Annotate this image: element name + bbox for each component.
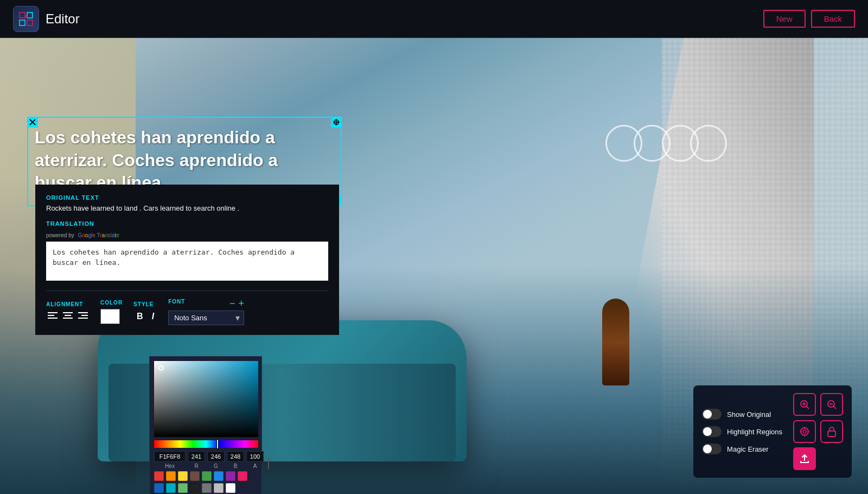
header-right: New Back xyxy=(763,10,855,28)
translation-section: TRANSLATION powered by Google Translate … xyxy=(46,220,328,283)
lock-button[interactable] xyxy=(820,420,843,443)
target-button[interactable] xyxy=(793,420,816,443)
bold-button[interactable]: B xyxy=(133,311,146,322)
a-col: A xyxy=(246,451,264,469)
translation-textarea[interactable]: Los cohetes han aprendido a aterrizar. C… xyxy=(46,242,328,281)
color-inputs-row: Hex R G B A xyxy=(154,451,257,469)
color-label: COLOR xyxy=(100,300,123,306)
new-button[interactable]: New xyxy=(763,10,806,28)
color-section: COLOR xyxy=(100,300,123,324)
italic-button[interactable]: I xyxy=(149,311,157,322)
magic-eraser-toggle-item: Magic Eraser xyxy=(702,444,782,454)
translation-label: TRANSLATION xyxy=(46,220,94,227)
show-original-knob xyxy=(703,410,712,419)
swatch-red[interactable] xyxy=(154,471,164,481)
style-label: STYLE xyxy=(133,301,157,307)
svg-rect-3 xyxy=(27,20,33,26)
original-text-content: Rockets have learned to land . Cars lear… xyxy=(46,203,328,214)
b-input[interactable] xyxy=(227,451,244,462)
r-col: R xyxy=(188,451,205,469)
font-size-increase-button[interactable]: + xyxy=(239,299,245,308)
magic-eraser-label: Magic Eraser xyxy=(727,445,769,453)
show-original-label: Show Original xyxy=(727,410,771,419)
translation-panel: ORIGINAL TEXT Rockets have learned to la… xyxy=(35,185,339,335)
highlight-regions-toggle-item: Highlight Regions xyxy=(702,426,782,437)
close-handle[interactable] xyxy=(27,117,38,128)
audi-rings xyxy=(605,125,727,162)
g-col: G xyxy=(207,451,225,469)
font-section: FONT − + Noto Sans Arial Roboto Open San… xyxy=(168,299,244,325)
swatch-light-gray[interactable] xyxy=(214,483,224,493)
swatch-light-green[interactable] xyxy=(178,483,188,493)
align-center-button[interactable] xyxy=(61,311,74,322)
color-preview-box xyxy=(268,458,269,469)
svg-rect-27 xyxy=(828,431,835,436)
show-original-toggle-item: Show Original xyxy=(702,409,782,420)
swatch-black[interactable] xyxy=(190,483,200,493)
font-label: FONT xyxy=(168,299,185,305)
show-original-toggle[interactable] xyxy=(702,409,722,420)
controls-panel: Show Original Highlight Regions Magic Er… xyxy=(693,385,852,478)
zoom-in-button[interactable] xyxy=(793,393,816,416)
svg-marker-4 xyxy=(24,15,28,18)
hue-indicator xyxy=(216,439,219,449)
hex-input[interactable] xyxy=(154,451,186,462)
svg-point-22 xyxy=(803,430,806,433)
svg-rect-1 xyxy=(27,12,33,18)
font-size-decrease-button[interactable]: − xyxy=(229,299,235,308)
move-handle[interactable] xyxy=(331,117,342,128)
back-button[interactable]: Back xyxy=(811,10,855,28)
header: Editor New Back xyxy=(0,0,868,38)
swatch-orange[interactable] xyxy=(166,471,176,481)
hue-bar[interactable] xyxy=(154,440,258,448)
a-input[interactable] xyxy=(246,451,264,462)
swatch-dark-blue[interactable] xyxy=(154,483,164,493)
b-col: B xyxy=(227,451,244,469)
style-section: STYLE B I xyxy=(133,301,157,322)
highlight-regions-label: Highlight Regions xyxy=(727,428,782,436)
powered-by-text: powered by Google Translate xyxy=(46,232,328,238)
swatch-cyan[interactable] xyxy=(166,483,176,493)
alignment-section: ALIGNMENT xyxy=(46,301,90,322)
format-row: ALIGNMENT COLOR xyxy=(46,290,328,325)
swatch-pink[interactable] xyxy=(238,471,247,481)
swatch-green[interactable] xyxy=(202,471,212,481)
translation-label-row: TRANSLATION xyxy=(46,220,328,229)
svg-line-19 xyxy=(834,407,837,409)
toggle-row: Show Original Highlight Regions Magic Er… xyxy=(702,409,782,454)
color-gradient-area[interactable] xyxy=(154,361,258,437)
align-left-button[interactable] xyxy=(46,311,59,322)
font-select[interactable]: Noto Sans Arial Roboto Open Sans Lato xyxy=(168,311,244,325)
magic-eraser-toggle[interactable] xyxy=(702,444,722,454)
swatch-yellow[interactable] xyxy=(178,471,188,481)
highlight-regions-knob xyxy=(703,427,712,436)
color-gradient-cursor xyxy=(158,365,164,371)
upload-button[interactable] xyxy=(793,447,816,470)
person-silhouette xyxy=(602,299,629,385)
hex-col: Hex xyxy=(154,451,186,469)
action-buttons xyxy=(793,393,843,470)
canvas-area: Los cohetes han aprendido a aterrizar. C… xyxy=(0,38,868,494)
svg-point-21 xyxy=(801,428,808,435)
align-buttons xyxy=(46,311,90,322)
font-select-wrapper: Noto Sans Arial Roboto Open Sans Lato xyxy=(168,311,244,325)
ring-4 xyxy=(690,125,727,162)
alignment-label: ALIGNMENT xyxy=(46,301,90,307)
header-left: Editor xyxy=(13,6,80,32)
swatch-brown[interactable] xyxy=(190,471,200,481)
swatch-white[interactable] xyxy=(226,483,235,493)
align-right-button[interactable] xyxy=(76,311,90,322)
magic-eraser-knob xyxy=(703,445,712,453)
swatch-purple[interactable] xyxy=(226,471,235,481)
swatch-dark-gray[interactable] xyxy=(202,483,212,493)
svg-line-15 xyxy=(807,407,809,409)
svg-rect-0 xyxy=(20,12,25,18)
r-input[interactable] xyxy=(188,451,205,462)
g-input[interactable] xyxy=(207,451,225,462)
original-text-label: ORIGINAL TEXT xyxy=(46,194,328,201)
highlight-regions-toggle[interactable] xyxy=(702,426,722,437)
zoom-out-button[interactable] xyxy=(820,393,843,416)
swatch-blue[interactable] xyxy=(214,471,224,481)
color-swatch[interactable] xyxy=(100,309,120,324)
color-swatches xyxy=(154,471,257,493)
